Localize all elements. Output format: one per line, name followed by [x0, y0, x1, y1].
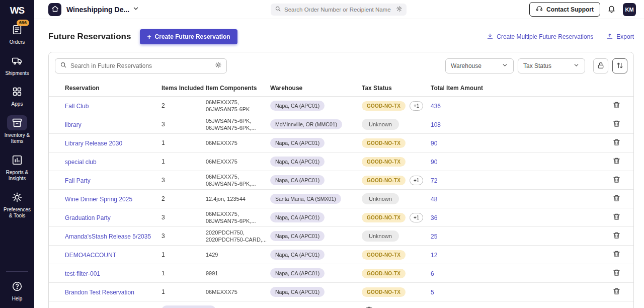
total-item-amount-link[interactable]: 108 [431, 121, 441, 128]
global-search-input[interactable] [284, 7, 393, 13]
page-header: Future Reservations + Create Future Rese… [48, 29, 634, 44]
sidebar-item-help[interactable]: Help [0, 279, 34, 302]
delete-reservation-button[interactable] [612, 101, 621, 111]
table-row: library 3 05JWSAN75-6PK, 06JWSAN75-6PK,.… [49, 115, 633, 134]
delete-reservation-button[interactable] [612, 175, 621, 185]
delete-reservation-button[interactable] [612, 250, 621, 260]
total-item-amount-link[interactable]: 90 [431, 140, 437, 147]
lock-columns-button[interactable] [593, 58, 608, 73]
sidebar-item-shipments[interactable]: Shipments [0, 53, 34, 77]
home-button[interactable] [48, 3, 61, 16]
total-item-amount-link[interactable]: 48 [431, 196, 437, 203]
total-item-amount-link[interactable]: 25 [431, 233, 437, 240]
reservation-link[interactable]: Wine Dinner Spring 2025 [65, 196, 132, 203]
sidebar-item-inventory-items[interactable]: Inventory & Items [0, 115, 34, 145]
warehouse-filter-select[interactable]: Warehouse [445, 58, 514, 73]
warehouse-chip: McMinnville, OR (MMC01) [270, 119, 342, 129]
create-multiple-future-reservations-link[interactable]: Create Multiple Future Reservations [487, 33, 593, 41]
global-search [271, 4, 407, 16]
sidebar-item-label: Help [2, 296, 33, 302]
search-settings-icon[interactable] [215, 61, 222, 70]
reservation-link[interactable]: special club [65, 159, 97, 166]
search-settings-icon[interactable] [396, 5, 403, 14]
delete-reservation-button[interactable] [612, 157, 621, 167]
column-header-total-item-amount: Total Item Amount [431, 85, 609, 92]
sidebar-item-orders[interactable]: 696 Orders [0, 22, 34, 46]
table-row: test-filter-001 1 9991 Napa, CA (APC01) … [49, 264, 633, 283]
sort-button[interactable] [612, 58, 627, 73]
table-row: DEMO4ACCOUNT 1 1429 Napa, CA (APC01) GOO… [49, 246, 633, 264]
item-components-value: 12.4jon, 123544 [206, 195, 270, 202]
reservation-link[interactable]: Amanda'sStash Release 5/2035 [65, 233, 151, 240]
item-components-value: 06MEXXX75, 08JWSAN75-6PK,... [206, 210, 270, 225]
tax-status-chip: GOOD-NO-TX [362, 269, 406, 278]
delete-reservation-button[interactable] [612, 231, 621, 241]
tax-status-chip: GOOD-NO-TX [362, 157, 406, 167]
total-item-amount-link[interactable]: 5 [431, 289, 434, 296]
delete-reservation-button[interactable] [612, 138, 621, 148]
table-row: Graduation Party 3 06MEXXX75, 08JWSAN75-… [49, 208, 633, 227]
sidebar-item-apps[interactable]: Apps [0, 84, 34, 108]
orders-count-badge: 696 [17, 20, 29, 26]
bar-chart-icon [7, 152, 27, 168]
reservation-link[interactable]: Graduation Party [65, 214, 111, 221]
table-search-input[interactable] [70, 62, 211, 69]
help-icon [7, 279, 27, 294]
export-label: Export [616, 33, 634, 40]
table-body: Fall Club 2 06MEXXX75, 06JWSAN75-6PK Nap… [49, 97, 633, 308]
reservation-link[interactable]: library [65, 121, 82, 128]
user-avatar[interactable]: KM [623, 3, 636, 16]
export-link[interactable]: Export [606, 33, 634, 41]
sidebar-nav: 696 Orders Shipments Apps Inventory & It… [0, 22, 34, 219]
reservation-link[interactable]: Fall Party [65, 177, 91, 184]
tax-status-chip: GOOD-NO-TX [362, 176, 406, 185]
create-future-reservation-label: Create Future Reservation [155, 33, 230, 40]
table-row: Fall Party 3 06MEXXX75, 08JWSAN75-6PK,..… [49, 171, 633, 190]
delete-reservation-button[interactable] [612, 287, 621, 297]
notifications-button[interactable] [607, 5, 616, 15]
sidebar-item-preferences-tools[interactable]: Preferences & Tools [0, 190, 34, 219]
delete-reservation-button[interactable] [612, 212, 621, 222]
delete-reservation-button[interactable] [612, 194, 621, 204]
total-item-amount-link[interactable]: 36 [431, 214, 437, 221]
create-future-reservation-button[interactable]: + Create Future Reservation [140, 29, 237, 44]
reservation-link[interactable]: Fall Club [65, 103, 89, 110]
tax-status-chip: Unknown [362, 230, 399, 242]
trash-icon [612, 101, 621, 111]
headset-icon [536, 5, 543, 14]
table-row: Napa, CA (APC01) [49, 301, 633, 308]
tax-extra-chip: +1 [410, 213, 423, 222]
truck-icon [7, 53, 27, 68]
trash-icon [612, 138, 621, 148]
delete-reservation-button[interactable] [612, 268, 621, 278]
column-header-warehouse: Warehouse [270, 85, 362, 92]
items-included-value: 3 [162, 233, 206, 240]
total-item-amount-link[interactable]: 12 [431, 252, 437, 259]
plus-icon: + [147, 33, 151, 40]
sort-arrows-icon [616, 61, 624, 71]
delete-reservation-button[interactable] [612, 119, 621, 129]
tax-extra-chip: +1 [410, 101, 423, 111]
total-item-amount-link[interactable]: 72 [431, 177, 437, 184]
table-row: Library Release 2030 1 06MEXXX75 Napa, C… [49, 134, 633, 152]
trash-icon [612, 250, 621, 260]
sidebar-item-reports-insights[interactable]: Reports & Insights [0, 152, 34, 182]
page-header-links: Create Multiple Future Reservations Expo… [487, 33, 634, 41]
total-item-amount-link[interactable]: 436 [431, 103, 441, 110]
reservation-link[interactable]: test-filter-001 [65, 270, 100, 277]
account-switcher[interactable]: Wineshipping De... [66, 5, 139, 14]
total-item-amount-link[interactable]: 6 [431, 270, 434, 277]
reservation-link[interactable]: Brandon Test Reservation [65, 289, 134, 296]
search-icon [275, 5, 281, 14]
account-name: Wineshipping De... [66, 6, 129, 14]
total-item-amount-link[interactable]: 90 [431, 159, 437, 166]
reservation-link[interactable]: DEMO4ACCOUNT [65, 252, 116, 259]
reservation-link[interactable]: Library Release 2030 [65, 140, 122, 147]
trash-icon [612, 157, 621, 167]
delete-reservation-button[interactable] [365, 305, 373, 308]
tax-status-filter-select[interactable]: Tax Status [518, 58, 585, 73]
gear-icon [7, 190, 27, 205]
contact-support-button[interactable]: Contact Support [529, 2, 600, 17]
item-components-value: 06MEXXX75, 06JWSAN75-6PK [206, 99, 270, 113]
tax-status-filter-label: Tax Status [523, 62, 551, 69]
